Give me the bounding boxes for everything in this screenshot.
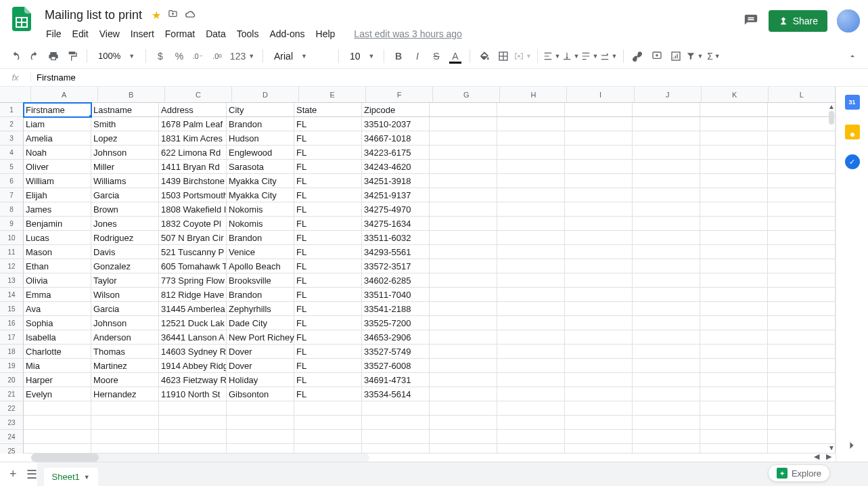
cell[interactable]: James <box>24 202 91 217</box>
cell[interactable] <box>700 117 768 131</box>
cell[interactable] <box>294 401 362 416</box>
cell[interactable] <box>700 160 768 174</box>
cell[interactable]: Garcia <box>91 188 159 202</box>
cell[interactable] <box>633 188 700 202</box>
cell[interactable] <box>633 160 700 174</box>
cell[interactable]: FL <box>294 259 362 273</box>
cell[interactable]: Nokomis <box>227 202 294 217</box>
cell[interactable] <box>430 302 497 316</box>
filter-button[interactable]: ▼ <box>686 47 704 65</box>
calendar-icon[interactable] <box>845 95 860 110</box>
cell[interactable]: 1914 Abbey Ridg <box>159 359 227 373</box>
cell[interactable]: Sarasota <box>227 160 294 174</box>
col-header[interactable]: K <box>702 87 769 103</box>
cell[interactable]: Johnson <box>91 316 159 330</box>
cell[interactable] <box>768 217 836 231</box>
strikethrough-button[interactable]: S <box>428 47 445 65</box>
cell[interactable] <box>633 387 700 401</box>
menu-file[interactable]: File <box>41 26 67 42</box>
cell[interactable] <box>430 245 497 259</box>
cell[interactable]: 605 Tomahawk T <box>159 259 227 273</box>
keep-icon[interactable] <box>845 125 860 139</box>
cell[interactable] <box>497 444 565 454</box>
cell[interactable] <box>768 174 836 188</box>
row-header[interactable]: 15 <box>0 302 24 316</box>
cell[interactable] <box>497 202 565 217</box>
cell[interactable]: 11910 North St <box>159 387 227 401</box>
redo-button[interactable] <box>26 47 43 65</box>
row-header[interactable]: 4 <box>0 146 24 160</box>
cell[interactable] <box>565 117 633 131</box>
cell[interactable] <box>497 160 565 174</box>
cell[interactable] <box>430 103 497 117</box>
cell[interactable]: Venice <box>227 245 294 259</box>
cell[interactable] <box>700 288 768 302</box>
col-header[interactable]: H <box>500 87 567 103</box>
cell[interactable] <box>227 430 294 444</box>
cell[interactable] <box>430 131 497 146</box>
cell[interactable] <box>91 401 159 416</box>
cell[interactable] <box>768 188 836 202</box>
cell[interactable] <box>768 416 836 430</box>
cell[interactable]: Holiday <box>227 373 294 387</box>
bold-button[interactable]: B <box>390 47 407 65</box>
cell[interactable]: Dover <box>227 359 294 373</box>
cell[interactable] <box>768 373 836 387</box>
horizontal-align-button[interactable]: ▼ <box>543 47 561 65</box>
cell[interactable] <box>430 345 497 359</box>
cell[interactable] <box>430 117 497 131</box>
cell[interactable]: Liam <box>24 117 91 131</box>
col-header[interactable]: C <box>165 87 232 103</box>
cell[interactable] <box>565 146 633 160</box>
cell[interactable] <box>565 316 633 330</box>
cell[interactable] <box>768 330 836 345</box>
cell[interactable]: 34223-6175 <box>362 146 430 160</box>
cell[interactable] <box>497 103 565 117</box>
cell[interactable] <box>633 430 700 444</box>
doc-title[interactable]: Mailing list to print <box>41 7 146 24</box>
cell[interactable] <box>497 416 565 430</box>
cell[interactable]: 36441 Lanson A <box>159 330 227 345</box>
font-size-dropdown[interactable]: 10▼ <box>344 48 378 64</box>
explore-button[interactable]: Explore <box>768 464 830 482</box>
cell[interactable]: Moore <box>91 373 159 387</box>
cell[interactable]: Noah <box>24 146 91 160</box>
row-header[interactable]: 17 <box>0 330 24 345</box>
cell[interactable] <box>430 217 497 231</box>
cell[interactable] <box>633 302 700 316</box>
decrease-decimal-button[interactable]: .0← <box>189 47 207 65</box>
cell[interactable] <box>430 288 497 302</box>
cell[interactable] <box>700 416 768 430</box>
cell[interactable] <box>430 387 497 401</box>
cell[interactable] <box>91 444 159 454</box>
cell[interactable] <box>91 430 159 444</box>
cell[interactable]: FL <box>294 117 362 131</box>
cell[interactable] <box>497 430 565 444</box>
cell[interactable]: Lastname <box>91 103 159 117</box>
cell[interactable]: Evelyn <box>24 387 91 401</box>
cell[interactable]: FL <box>294 273 362 288</box>
spreadsheet-grid[interactable]: A B C D E F G H I J K L 1234567891011121… <box>0 87 836 462</box>
scroll-right-icon[interactable]: ▶ <box>823 452 834 462</box>
scroll-down-icon[interactable]: ▼ <box>827 444 836 452</box>
cell[interactable]: FL <box>294 330 362 345</box>
cell[interactable]: FL <box>294 202 362 217</box>
cell[interactable]: FL <box>294 288 362 302</box>
cell[interactable]: FL <box>294 345 362 359</box>
insert-chart-button[interactable] <box>667 47 685 65</box>
cell[interactable]: FL <box>294 387 362 401</box>
cell[interactable] <box>565 387 633 401</box>
cell[interactable] <box>565 245 633 259</box>
cell[interactable]: Hudson <box>227 131 294 146</box>
cell[interactable] <box>24 430 91 444</box>
cell[interactable] <box>768 288 836 302</box>
cell[interactable]: Thomas <box>91 345 159 359</box>
cell[interactable]: Smith <box>91 117 159 131</box>
sheets-logo[interactable] <box>8 5 35 32</box>
cell[interactable] <box>768 401 836 416</box>
menu-edit[interactable]: Edit <box>67 26 94 42</box>
cell[interactable] <box>497 131 565 146</box>
cell[interactable] <box>700 330 768 345</box>
cell[interactable] <box>700 174 768 188</box>
cell[interactable] <box>497 302 565 316</box>
